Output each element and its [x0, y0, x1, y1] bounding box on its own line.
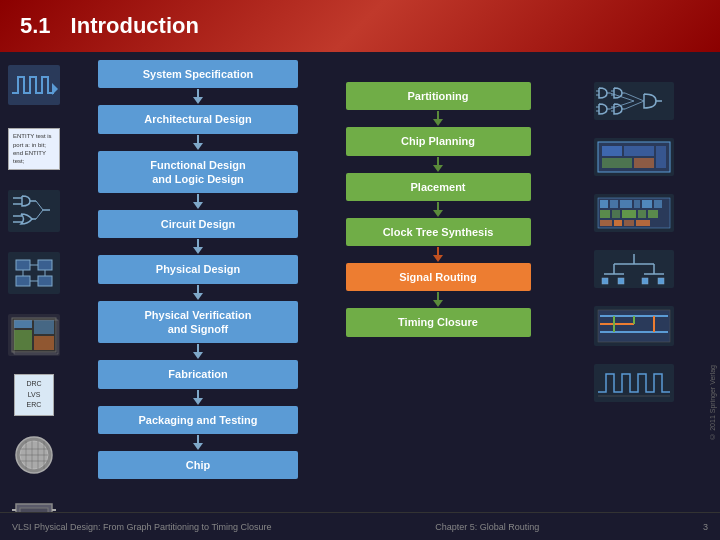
arrow-6 [193, 344, 203, 359]
svg-rect-82 [648, 210, 658, 218]
arrow-3 [193, 194, 203, 209]
right-icon-1 [594, 82, 674, 120]
right-arrow-1 [433, 111, 443, 126]
chip-planning-box: Chip Planning [346, 127, 531, 155]
wafer-icon [6, 432, 62, 478]
waveform-icon [6, 62, 62, 108]
right-icon-2 [594, 138, 674, 176]
partitioning-box: Partitioning [346, 82, 531, 110]
right-arrow-2 [433, 157, 443, 172]
footer-center: Chapter 5: Global Routing [435, 522, 539, 532]
page-title: Introduction [71, 13, 199, 39]
svg-rect-74 [620, 200, 632, 208]
page-footer: VLSI Physical Design: From Graph Partiti… [0, 512, 720, 540]
svg-rect-94 [602, 278, 608, 284]
svg-rect-99 [598, 310, 670, 342]
svg-rect-15 [16, 276, 30, 286]
clock-tree-synthesis-box: Clock Tree Synthesis [346, 218, 531, 246]
svg-rect-23 [14, 320, 32, 328]
svg-rect-12 [8, 252, 60, 294]
arrow-1 [193, 89, 203, 104]
right-icon-3 [594, 194, 674, 232]
physical-verification-box: Physical Verificationand Signoff [98, 301, 298, 344]
packaging-testing-box: Packaging and Testing [98, 406, 298, 434]
svg-rect-85 [624, 220, 634, 226]
right-icon-4 [594, 250, 674, 288]
signal-routing-box: Signal Routing [346, 263, 531, 291]
center-flow-column: System Specification Architectural Desig… [68, 52, 328, 540]
right-flow-column: Partitioning Chip Planning Placement Clo… [328, 52, 548, 540]
arrow-7 [193, 390, 203, 405]
right-icon-5 [594, 306, 674, 346]
main-content: ENTITY test isport a: in bit;end ENTITY … [0, 52, 720, 540]
svg-rect-13 [16, 260, 30, 270]
section-number: 5.1 [20, 13, 51, 39]
svg-rect-96 [642, 278, 648, 284]
svg-rect-75 [634, 200, 640, 208]
svg-rect-86 [636, 220, 650, 226]
arrow-2 [193, 135, 203, 150]
arrow-8 [193, 435, 203, 450]
svg-rect-73 [610, 200, 618, 208]
svg-rect-72 [600, 200, 608, 208]
right-icon-6 [594, 364, 674, 402]
right-arrow-5 [433, 292, 443, 307]
functional-design-box: Functional Designand Logic Design [98, 151, 298, 194]
circuit-icon [6, 250, 62, 296]
svg-rect-69 [634, 158, 654, 168]
arrow-5 [193, 285, 203, 300]
svg-rect-66 [624, 146, 654, 156]
svg-rect-26 [34, 336, 54, 350]
entity-icon: ENTITY test isport a: in bit;end ENTITY … [6, 126, 62, 172]
logic-gates-icon [6, 188, 62, 234]
svg-rect-24 [34, 320, 54, 334]
placement-box: Placement [346, 173, 531, 201]
fabrication-box: Fabrication [98, 360, 298, 388]
svg-rect-76 [642, 200, 652, 208]
svg-rect-95 [618, 278, 624, 284]
timing-closure-box: Timing Closure [346, 308, 531, 336]
svg-rect-78 [600, 210, 610, 218]
svg-rect-2 [8, 190, 60, 232]
svg-rect-81 [638, 210, 646, 218]
drc-lvs-erc-icon: DRCLVSERC [6, 372, 62, 418]
right-icons-column [548, 52, 720, 540]
right-arrow-4 [433, 247, 443, 262]
right-arrow-3 [433, 202, 443, 217]
drc-text: DRCLVSERC [14, 374, 54, 416]
svg-rect-84 [614, 220, 622, 226]
svg-rect-77 [654, 200, 662, 208]
svg-rect-97 [658, 278, 664, 284]
svg-rect-65 [602, 146, 622, 156]
svg-rect-16 [38, 276, 52, 286]
architectural-design-box: Architectural Design [98, 105, 298, 133]
physical-layout-icon [6, 312, 62, 358]
footer-left: VLSI Physical Design: From Graph Partiti… [12, 522, 272, 532]
physical-design-box: Physical Design [98, 255, 298, 283]
svg-rect-80 [622, 210, 636, 218]
system-specification-box: System Specification [98, 60, 298, 88]
copyright-text: © 2011 Springer Verlag [709, 365, 716, 440]
svg-rect-68 [602, 158, 632, 168]
svg-rect-14 [38, 260, 52, 270]
svg-rect-67 [656, 146, 666, 168]
page-header: 5.1 Introduction [0, 0, 720, 52]
chip-box: Chip [98, 451, 298, 479]
arrow-4 [193, 239, 203, 254]
svg-rect-25 [14, 330, 32, 350]
left-icons-column: ENTITY test isport a: in bit;end ENTITY … [0, 52, 68, 540]
svg-rect-83 [600, 220, 612, 226]
circuit-design-box: Circuit Design [98, 210, 298, 238]
svg-rect-79 [612, 210, 620, 218]
footer-right: 3 [703, 522, 708, 532]
